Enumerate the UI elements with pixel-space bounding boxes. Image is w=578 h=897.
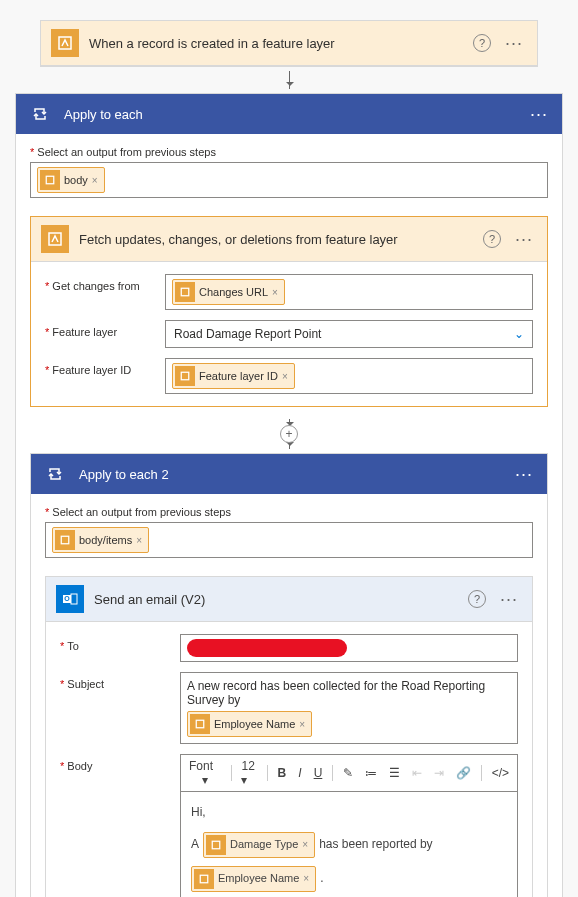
apply-each-2-card: Apply to each 2 ··· Select an output fro… (30, 453, 548, 897)
add-step-button[interactable]: + (280, 425, 298, 443)
apply-each-title: Apply to each (64, 107, 516, 122)
row-to: To (60, 634, 518, 662)
chevron-down-icon: ⌄ (514, 327, 524, 341)
email-body: To Subject A new record has (46, 622, 532, 897)
employee-name-token[interactable]: Employee Name× (191, 866, 316, 892)
svg-rect-4 (181, 372, 189, 380)
svg-rect-3 (181, 288, 189, 296)
text: . (320, 868, 323, 890)
outlook-icon: O (56, 585, 84, 613)
apply-each-2-header[interactable]: Apply to each 2 ··· (31, 454, 547, 494)
arcgis-icon (190, 714, 210, 734)
changes-url-token[interactable]: Changes URL × (172, 279, 285, 305)
number-list-button[interactable]: ☰ (387, 766, 402, 780)
remove-icon[interactable]: × (282, 371, 288, 382)
remove-icon[interactable]: × (303, 870, 309, 888)
body-items-token[interactable]: body/items × (52, 527, 149, 553)
apply-each-header[interactable]: Apply to each ··· (16, 94, 562, 134)
trigger-card: When a record is created in a feature la… (40, 20, 538, 67)
label-to: To (60, 634, 168, 652)
text: A (191, 834, 199, 856)
row-get-changes: Get changes from Changes URL × (45, 274, 533, 310)
loop-icon (41, 460, 69, 488)
italic-button[interactable]: I (296, 766, 303, 780)
indent-button[interactable]: ⇥ (432, 766, 446, 780)
output-input[interactable]: body × (30, 162, 548, 198)
remove-icon[interactable]: × (302, 836, 308, 854)
email-header[interactable]: O Send an email (V2) ? ··· (46, 577, 532, 622)
apply-each-2-body: Select an output from previous steps bod… (31, 494, 547, 897)
subject-input[interactable]: A new record has been collected for the … (180, 672, 518, 744)
more-icon[interactable]: ··· (501, 33, 527, 54)
arcgis-icon (175, 366, 195, 386)
arcgis-icon (40, 170, 60, 190)
fetch-header[interactable]: Fetch updates, changes, or deletions fro… (31, 217, 547, 262)
subject-text: A new record has been collected for the … (187, 679, 511, 707)
token-text: Employee Name (214, 718, 295, 730)
apply-each-body: Select an output from previous steps bod… (16, 134, 562, 897)
help-icon[interactable]: ? (468, 590, 486, 608)
svg-rect-10 (212, 841, 220, 849)
token-text: Feature layer ID (199, 370, 278, 382)
more-icon[interactable]: ··· (496, 589, 522, 610)
body-editor[interactable]: Hi, A Damage Type× has been reported by … (180, 791, 518, 897)
label-body: Body (60, 754, 168, 772)
more-icon[interactable]: ··· (526, 104, 552, 125)
redacted-email (187, 639, 347, 657)
svg-rect-9 (196, 720, 204, 728)
fetch-title: Fetch updates, changes, or deletions fro… (79, 232, 473, 247)
get-changes-input[interactable]: Changes URL × (165, 274, 533, 310)
feature-layer-id-token[interactable]: Feature layer ID × (172, 363, 295, 389)
loop-icon (26, 100, 54, 128)
trigger-header[interactable]: When a record is created in a feature la… (41, 21, 537, 66)
arcgis-icon (55, 530, 75, 550)
more-icon[interactable]: ··· (511, 229, 537, 250)
remove-icon[interactable]: × (299, 719, 305, 730)
arcgis-icon (194, 869, 214, 889)
label-subject: Subject (60, 672, 168, 690)
remove-icon[interactable]: × (272, 287, 278, 298)
outdent-button[interactable]: ⇤ (410, 766, 424, 780)
fetch-body: Get changes from Changes URL × Feature l… (31, 262, 547, 406)
link-button[interactable]: 🔗 (454, 766, 473, 780)
help-icon[interactable]: ? (483, 230, 501, 248)
token-text: body (64, 174, 88, 186)
body-token[interactable]: body × (37, 167, 105, 193)
text: has been reported by (319, 834, 432, 856)
email-title: Send an email (V2) (94, 592, 458, 607)
remove-icon[interactable]: × (92, 175, 98, 186)
email-card: O Send an email (V2) ? ··· To (45, 576, 533, 897)
employee-name-token[interactable]: Employee Name × (187, 711, 312, 737)
select-output-label: Select an output from previous steps (30, 146, 548, 158)
font-select[interactable]: Font ▾ (187, 759, 223, 787)
underline-button[interactable]: U (312, 766, 325, 780)
svg-rect-1 (46, 176, 54, 184)
help-icon[interactable]: ? (473, 34, 491, 52)
svg-text:O: O (64, 595, 70, 602)
token-text: Employee Name (218, 869, 299, 889)
size-select[interactable]: 12 ▾ (239, 759, 258, 787)
feature-layer-id-input[interactable]: Feature layer ID × (165, 358, 533, 394)
trigger-title: When a record is created in a feature la… (89, 36, 463, 51)
label-feature-layer: Feature layer (45, 320, 153, 338)
code-view-button[interactable]: </> (490, 766, 511, 780)
fetch-card: Fetch updates, changes, or deletions fro… (30, 216, 548, 407)
svg-rect-11 (200, 875, 208, 883)
more-icon[interactable]: ··· (511, 464, 537, 485)
token-text: Changes URL (199, 286, 268, 298)
strike-button[interactable]: ✎ (341, 766, 355, 780)
remove-icon[interactable]: × (136, 535, 142, 546)
bold-button[interactable]: B (276, 766, 289, 780)
feature-layer-select[interactable]: Road Damage Report Point ⌄ (165, 320, 533, 348)
arcgis-icon (175, 282, 195, 302)
damage-type-token[interactable]: Damage Type× (203, 832, 315, 858)
svg-rect-5 (61, 536, 69, 544)
label-get-changes: Get changes from (45, 274, 153, 292)
row-body: Body Font ▾ 12 ▾ B I U (60, 754, 518, 897)
to-input[interactable] (180, 634, 518, 662)
token-text: body/items (79, 534, 132, 546)
text: Hi, (191, 802, 206, 824)
bullet-list-button[interactable]: ≔ (363, 766, 379, 780)
row-feature-layer: Feature layer Road Damage Report Point ⌄ (45, 320, 533, 348)
output-input-2[interactable]: body/items × (45, 522, 533, 558)
